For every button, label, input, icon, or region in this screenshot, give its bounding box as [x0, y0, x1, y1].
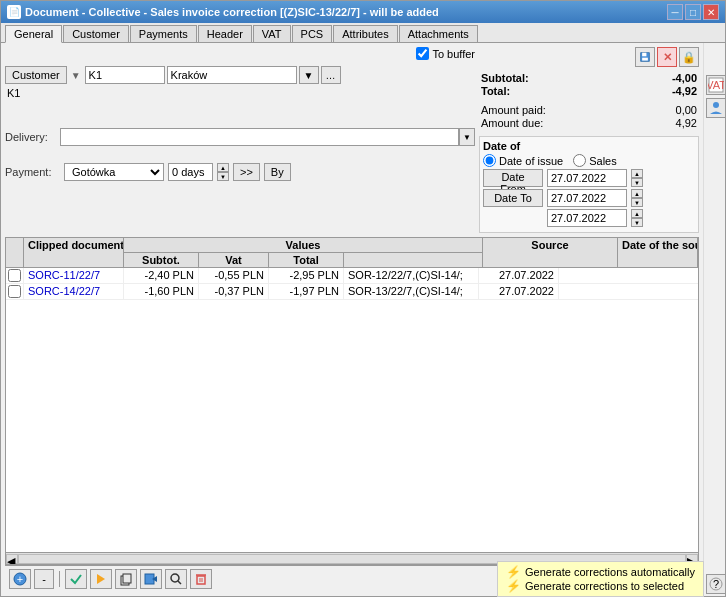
amount-due-label: Amount due: — [481, 117, 543, 129]
customer-city-input[interactable] — [167, 66, 297, 84]
row1-vat: -0,55 PLN — [199, 268, 269, 283]
add-row-button[interactable]: + — [9, 569, 31, 589]
row1-checkbox[interactable] — [8, 269, 21, 282]
col-values-header: Values — [124, 238, 482, 253]
tab-pcs[interactable]: PCS — [292, 25, 333, 42]
delivery-dropdown-button[interactable]: ▼ — [459, 128, 475, 146]
col-date-source-header: Date of the source — [618, 238, 698, 267]
delivery-input[interactable] — [60, 128, 459, 146]
to-buffer-checkbox[interactable] — [416, 47, 429, 60]
tooltip-text-1: Generate corrections automatically — [525, 566, 695, 578]
amount-due-value: 4,92 — [676, 117, 697, 129]
row2-clipped[interactable]: SORC-14/22/7 — [24, 284, 124, 299]
svg-marker-5 — [97, 574, 105, 584]
window-icon: 📄 — [7, 5, 21, 19]
delete-button[interactable]: ✕ — [657, 47, 677, 67]
tooltip-icon-1: ⚡ — [506, 565, 521, 579]
svg-text:VAT: VAT — [708, 79, 724, 91]
maximize-button[interactable]: □ — [685, 4, 701, 20]
customer-k1-text: K1 — [5, 87, 475, 99]
date-to-row: Date To ▲ ▼ — [483, 189, 695, 207]
date-to-down-button[interactable]: ▼ — [631, 198, 643, 207]
remove-row-button[interactable]: - — [34, 569, 54, 589]
minimize-button[interactable]: ─ — [667, 4, 683, 20]
row1-source: SOR-12/22/7,(C)SI-14/; — [344, 268, 479, 283]
payment-by-button[interactable]: By — [264, 163, 291, 181]
save-button[interactable] — [635, 47, 655, 67]
row1-date-source: 27.07.2022 — [479, 268, 559, 283]
tab-vat[interactable]: VAT — [253, 25, 291, 42]
copy-button[interactable] — [115, 569, 137, 589]
total-value: -4,92 — [647, 85, 697, 97]
forward-button[interactable] — [140, 569, 162, 589]
confirm-button[interactable] — [65, 569, 87, 589]
payment-days-up-button[interactable]: ▲ — [217, 163, 229, 172]
tab-payments[interactable]: Payments — [130, 25, 197, 42]
tab-attachments[interactable]: Attachments — [399, 25, 478, 42]
tooltip-text-2: Generate corrections to selected — [525, 580, 684, 592]
bottom-side-button1[interactable]: ? — [706, 574, 725, 594]
date-from-button[interactable]: Date From — [483, 169, 543, 187]
delete-docs-button[interactable] — [190, 569, 212, 589]
person-side-button[interactable] — [706, 98, 725, 118]
col-total-header: Total — [269, 253, 344, 267]
row2-total: -1,97 PLN — [269, 284, 344, 299]
date-of-issue-radio[interactable]: Date of issue — [483, 154, 563, 167]
table-row: SORC-11/22/7 -2,40 PLN -0,55 PLN -2,95 P… — [6, 268, 698, 284]
row1-checkbox-cell — [6, 268, 24, 283]
date-of-sales-radio[interactable]: Sales — [573, 154, 617, 167]
payment-forward-button[interactable]: >> — [233, 163, 260, 181]
date-from-down-button[interactable]: ▼ — [631, 178, 643, 187]
svg-text:?: ? — [713, 578, 719, 590]
window-title: Document - Collective - Sales invoice co… — [25, 6, 439, 18]
tab-general[interactable]: General — [5, 25, 62, 43]
table-row: SORC-14/22/7 -1,60 PLN -0,37 PLN -1,97 P… — [6, 284, 698, 300]
payment-days-input[interactable] — [168, 163, 213, 181]
toolbar-separator — [59, 571, 60, 587]
close-button[interactable]: ✕ — [703, 4, 719, 20]
table-header: Clipped document Values Subtot. Vat Tota… — [6, 238, 698, 268]
customer-search-button[interactable]: ▼ — [299, 66, 319, 84]
payment-days-down-button[interactable]: ▼ — [217, 172, 229, 181]
date-from-input[interactable] — [547, 169, 627, 187]
lock-button[interactable]: 🔒 — [679, 47, 699, 67]
generate-button[interactable] — [90, 569, 112, 589]
right-sidebar: VAT ? — [703, 43, 725, 596]
date-of-section: Date of Date of issue Sales — [479, 136, 699, 233]
svg-point-18 — [713, 102, 719, 108]
svg-line-11 — [178, 581, 181, 584]
row2-checkbox[interactable] — [8, 285, 21, 298]
summary-box: Subtotal: -4,00 Total: -4,92 Amount paid… — [479, 70, 699, 132]
customer-button[interactable]: Customer — [5, 66, 67, 84]
customer-row: Customer ▼ ▼ … — [5, 66, 475, 84]
third-date-input[interactable] — [547, 209, 627, 227]
total-label: Total: — [481, 85, 510, 97]
third-date-row: ▲ ▼ — [483, 209, 695, 227]
date-to-input[interactable] — [547, 189, 627, 207]
tab-bar: General Customer Payments Header VAT PCS… — [1, 23, 725, 43]
search-docs-button[interactable] — [165, 569, 187, 589]
customer-code-input[interactable] — [85, 66, 165, 84]
row2-date-source: 27.07.2022 — [479, 284, 559, 299]
tab-attributes[interactable]: Attributes — [333, 25, 397, 42]
vat-side-button[interactable]: VAT — [706, 75, 725, 95]
third-date-up-button[interactable]: ▲ — [631, 209, 643, 218]
row1-clipped[interactable]: SORC-11/22/7 — [24, 268, 124, 283]
row1-total: -2,95 PLN — [269, 268, 344, 283]
customer-lookup-button[interactable]: … — [321, 66, 341, 84]
subtotal-value: -4,00 — [647, 72, 697, 84]
delivery-row: Delivery: ▼ — [5, 128, 475, 146]
tab-customer[interactable]: Customer — [63, 25, 129, 42]
third-date-down-button[interactable]: ▼ — [631, 218, 643, 227]
svg-rect-2 — [642, 58, 648, 61]
tab-header[interactable]: Header — [198, 25, 252, 42]
col-clipped-header: Clipped document — [24, 238, 124, 267]
row2-checkbox-cell — [6, 284, 24, 299]
scroll-left-button[interactable]: ◀ — [6, 554, 18, 564]
date-to-up-button[interactable]: ▲ — [631, 189, 643, 198]
clipped-documents-table: Clipped document Values Subtot. Vat Tota… — [5, 237, 699, 565]
date-to-button[interactable]: Date To — [483, 189, 543, 207]
row2-source: SOR-13/22/7,(C)SI-14/; — [344, 284, 479, 299]
payment-method-select[interactable]: Gotówka — [64, 163, 164, 181]
date-from-up-button[interactable]: ▲ — [631, 169, 643, 178]
